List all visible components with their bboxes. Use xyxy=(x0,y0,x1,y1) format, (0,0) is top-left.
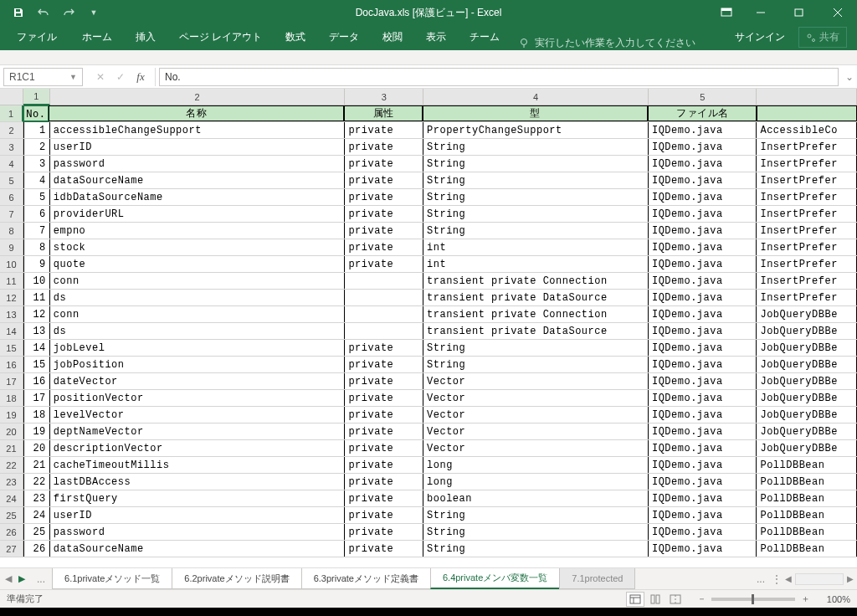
cell[interactable]: 2 xyxy=(23,139,50,155)
cell[interactable]: String xyxy=(423,541,649,557)
save-icon[interactable] xyxy=(7,1,30,24)
cell[interactable]: IQDemo.java xyxy=(649,223,757,239)
cell[interactable]: InsertPrefer xyxy=(757,189,857,205)
cell[interactable]: transient private Connection xyxy=(423,306,649,322)
signin-link[interactable]: サインイン xyxy=(725,24,795,50)
select-all-corner[interactable] xyxy=(0,89,23,105)
cell[interactable]: IQDemo.java xyxy=(649,440,757,456)
cell[interactable]: String xyxy=(423,340,649,356)
cell[interactable]: 9 xyxy=(23,256,50,272)
cell[interactable]: IQDemo.java xyxy=(649,373,757,389)
cell[interactable]: dataSourceName xyxy=(50,541,346,557)
scroll-right-icon[interactable]: ▶ xyxy=(847,574,854,583)
sheet-tab[interactable]: 6.3privateメソッド定義書 xyxy=(301,568,431,589)
cell[interactable]: InsertPrefer xyxy=(757,172,857,188)
cell[interactable]: PollDBBean xyxy=(757,457,857,473)
cell[interactable]: private xyxy=(345,440,423,456)
row-header[interactable]: 16 xyxy=(0,357,23,372)
cell[interactable]: private xyxy=(345,541,423,557)
cell[interactable]: password xyxy=(50,156,346,172)
tab-nav-prev-icon[interactable]: ◀ xyxy=(5,573,12,584)
cell[interactable]: InsertPrefer xyxy=(757,223,857,239)
cell[interactable]: JobQueryDBBe xyxy=(757,424,857,439)
cell[interactable]: PollDBBean xyxy=(757,474,857,490)
row-header[interactable]: 22 xyxy=(0,457,23,473)
tab-data[interactable]: データ xyxy=(317,24,371,50)
cell[interactable]: InsertPrefer xyxy=(757,206,857,222)
cell[interactable]: IQDemo.java xyxy=(649,206,757,222)
cell[interactable]: dateVector xyxy=(50,373,346,389)
cell-header-file[interactable]: ファイル名 xyxy=(648,105,757,121)
cell[interactable]: private xyxy=(345,256,423,272)
cell[interactable]: String xyxy=(423,172,649,188)
zoom-out-button[interactable]: － xyxy=(695,593,708,605)
chevron-down-icon[interactable]: ▼ xyxy=(69,73,77,81)
row-header[interactable]: 26 xyxy=(0,524,23,540)
cell[interactable]: String xyxy=(423,206,649,222)
row-header[interactable]: 21 xyxy=(0,440,23,456)
cell[interactable]: String xyxy=(423,507,649,523)
cell[interactable]: IQDemo.java xyxy=(649,290,757,305)
cell[interactable]: providerURL xyxy=(50,206,346,222)
cell[interactable]: IQDemo.java xyxy=(649,323,757,339)
cell[interactable]: boolean xyxy=(423,490,649,506)
row-header[interactable]: 9 xyxy=(0,239,23,255)
cell[interactable]: 17 xyxy=(23,390,50,406)
cell[interactable]: IQDemo.java xyxy=(649,390,757,406)
cell[interactable]: String xyxy=(423,524,649,540)
name-box[interactable]: R1C1 ▼ xyxy=(3,68,83,86)
cell[interactable]: ds xyxy=(50,290,346,305)
undo-icon[interactable] xyxy=(32,1,55,24)
cell[interactable]: 14 xyxy=(23,340,50,356)
tab-review[interactable]: 校閲 xyxy=(371,24,414,50)
maximize-button[interactable] xyxy=(780,0,819,25)
cell[interactable]: positionVector xyxy=(50,390,346,406)
cell[interactable]: 8 xyxy=(23,239,50,255)
cell[interactable]: transient private Connection xyxy=(423,273,649,289)
view-page-layout-icon[interactable] xyxy=(646,592,665,607)
tab-home[interactable]: ホーム xyxy=(70,24,124,50)
cell[interactable]: String xyxy=(423,139,649,155)
cell[interactable]: 12 xyxy=(23,306,50,322)
sheet-tab[interactable]: 6.1privateメソッド一覧 xyxy=(52,568,172,589)
cell[interactable]: deptNameVector xyxy=(50,424,346,439)
cell[interactable]: private xyxy=(345,457,423,473)
cell[interactable] xyxy=(345,290,423,305)
row-header[interactable]: 14 xyxy=(0,323,23,339)
cell[interactable]: descriptionVector xyxy=(50,440,346,456)
cell[interactable]: JobQueryDBBe xyxy=(757,390,857,406)
cell[interactable]: IQDemo.java xyxy=(649,273,757,289)
cell[interactable]: private xyxy=(345,390,423,406)
cell[interactable]: cacheTimeoutMillis xyxy=(50,457,346,473)
row-header[interactable]: 23 xyxy=(0,474,23,490)
cell[interactable]: IQDemo.java xyxy=(649,490,757,506)
cell[interactable]: 15 xyxy=(23,357,50,372)
cell[interactable]: PollDBBean xyxy=(757,541,857,557)
view-normal-icon[interactable] xyxy=(626,592,644,607)
cell[interactable]: InsertPrefer xyxy=(757,239,857,255)
cell[interactable]: PollDBBean xyxy=(757,507,857,523)
row-header[interactable]: 4 xyxy=(0,156,23,172)
col-header[interactable]: 4 xyxy=(423,89,649,105)
row-header[interactable]: 24 xyxy=(0,490,23,506)
cell-header-type[interactable]: 型 xyxy=(423,105,648,121)
cell[interactable]: IQDemo.java xyxy=(649,306,757,322)
cell[interactable]: JobQueryDBBe xyxy=(757,407,857,423)
cell[interactable]: String xyxy=(423,189,649,205)
row-header[interactable]: 17 xyxy=(0,373,23,389)
cell[interactable]: private xyxy=(345,524,423,540)
cancel-formula-icon[interactable]: ✕ xyxy=(91,69,110,85)
cell[interactable]: private xyxy=(345,490,423,506)
cell[interactable]: IQDemo.java xyxy=(649,340,757,356)
row-header[interactable]: 19 xyxy=(0,407,23,423)
row-header[interactable]: 18 xyxy=(0,390,23,406)
cell[interactable]: transient private DataSource xyxy=(423,290,649,305)
cell[interactable]: String xyxy=(423,357,649,372)
cell[interactable]: private xyxy=(345,357,423,372)
cell[interactable]: transient private DataSource xyxy=(423,323,649,339)
cell[interactable]: userID xyxy=(50,139,346,155)
cell[interactable]: stock xyxy=(50,239,346,255)
row-header[interactable]: 6 xyxy=(0,189,23,205)
cell[interactable]: int xyxy=(423,256,649,272)
cell[interactable]: Vector xyxy=(423,440,649,456)
